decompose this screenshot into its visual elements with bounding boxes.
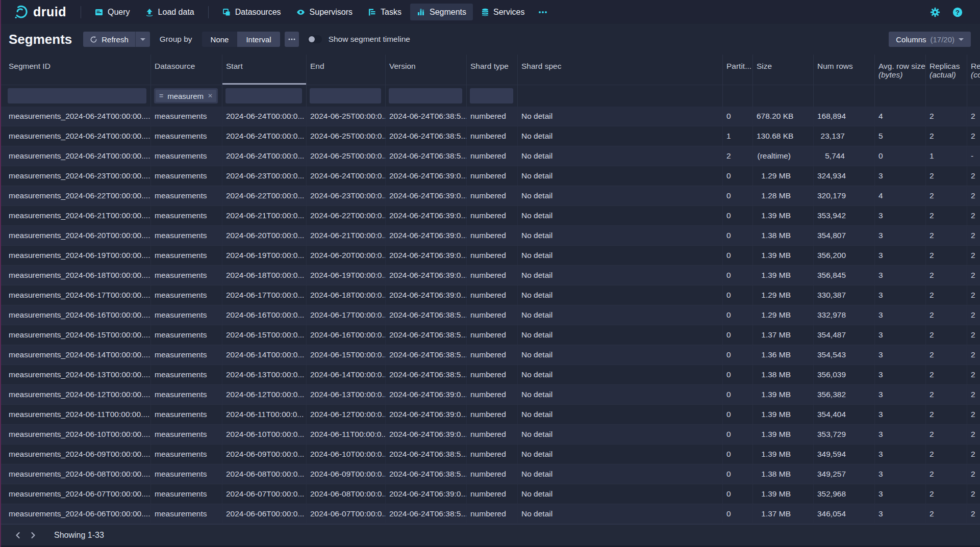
cell-num_rows[interactable]: 332,978 <box>814 305 875 325</box>
column-header-end[interactable]: End <box>307 55 386 85</box>
nav-item-tasks[interactable]: Tasks <box>361 4 408 20</box>
cell-replicas[interactable]: 2 <box>926 246 967 265</box>
columns-button[interactable]: Columns (17/20) <box>889 32 971 47</box>
nav-more-button[interactable] <box>533 11 552 14</box>
filter-input-version[interactable] <box>389 88 462 103</box>
refresh-interval-dropdown[interactable] <box>135 32 150 47</box>
filter-input-datasource[interactable]: =measurem✕ <box>154 88 218 103</box>
cell-version[interactable]: 2024-06-24T06:39:0... <box>386 385 467 404</box>
cell-size[interactable]: 1.28 MB <box>753 186 814 205</box>
next-page-button[interactable] <box>26 528 41 543</box>
cell-start[interactable]: 2024-06-10T00:00:0... <box>222 425 307 444</box>
cell-num_rows[interactable]: 354,543 <box>814 345 875 364</box>
cell-datasource[interactable]: measurements <box>151 166 222 186</box>
cell-shard_type[interactable]: numbered <box>467 405 518 424</box>
cell-replication_factor[interactable]: 2 <box>967 285 980 305</box>
cell-start[interactable]: 2024-06-09T00:00:0... <box>222 445 307 464</box>
cell-num_rows[interactable]: 168,894 <box>814 107 875 126</box>
cell-avg_row_size[interactable]: 3 <box>875 305 926 325</box>
cell-partition[interactable]: 0 <box>723 266 753 285</box>
cell-size[interactable]: 1.38 MB <box>753 226 814 245</box>
column-header-segment_id[interactable]: Segment ID <box>0 55 151 85</box>
nav-item-query[interactable]: Query <box>88 4 137 20</box>
table-row[interactable]: measurements_2024-06-24T00:00:00....meas… <box>0 107 980 126</box>
cell-replication_factor[interactable]: 2 <box>967 365 980 384</box>
cell-shard_type[interactable]: numbered <box>467 107 518 126</box>
cell-avg_row_size[interactable]: 3 <box>875 504 926 524</box>
settings-gear-icon[interactable] <box>925 7 945 18</box>
cell-partition[interactable]: 0 <box>723 365 753 384</box>
cell-segment_id[interactable]: measurements_2024-06-13T00:00:00.... <box>0 365 151 384</box>
cell-replicas[interactable]: 2 <box>926 186 967 205</box>
cell-partition[interactable]: 0 <box>723 166 753 186</box>
cell-datasource[interactable]: measurements <box>151 365 222 384</box>
table-row[interactable]: measurements_2024-06-08T00:00:00....meas… <box>0 464 980 484</box>
refresh-button[interactable]: Refresh <box>83 32 135 47</box>
table-row[interactable]: measurements_2024-06-22T00:00:00....meas… <box>0 186 980 206</box>
cell-segment_id[interactable]: measurements_2024-06-21T00:00:00.... <box>0 206 151 225</box>
cell-replication_factor[interactable]: - <box>967 146 980 166</box>
cell-version[interactable]: 2024-06-24T06:39:0... <box>386 166 467 186</box>
remove-filter-icon[interactable]: ✕ <box>208 92 213 99</box>
cell-start[interactable]: 2024-06-14T00:00:0... <box>222 345 307 364</box>
cell-version[interactable]: 2024-06-24T06:38:5... <box>386 365 467 384</box>
cell-start[interactable]: 2024-06-21T00:00:0... <box>222 206 307 225</box>
cell-partition[interactable]: 0 <box>723 504 753 524</box>
cell-partition[interactable]: 0 <box>723 464 753 484</box>
cell-shard_type[interactable]: numbered <box>467 266 518 285</box>
table-row[interactable]: measurements_2024-06-23T00:00:00....meas… <box>0 166 980 186</box>
cell-datasource[interactable]: measurements <box>151 385 222 404</box>
cell-partition[interactable]: 0 <box>723 107 753 126</box>
column-header-replicas[interactable]: Replicas(actual) <box>926 55 967 85</box>
cell-replication_factor[interactable]: 2 <box>967 464 980 484</box>
group-by-none-button[interactable]: None <box>202 32 238 47</box>
cell-version[interactable]: 2024-06-24T06:39:0... <box>386 186 467 205</box>
cell-start[interactable]: 2024-06-20T00:00:0... <box>222 226 307 245</box>
cell-datasource[interactable]: measurements <box>151 305 222 325</box>
cell-num_rows[interactable]: 356,845 <box>814 266 875 285</box>
cell-version[interactable]: 2024-06-24T06:38:5... <box>386 146 467 166</box>
cell-start[interactable]: 2024-06-17T00:00:0... <box>222 285 307 305</box>
cell-start[interactable]: 2024-06-24T00:00:0... <box>222 107 307 126</box>
cell-shard_type[interactable]: numbered <box>467 126 518 146</box>
cell-shard_type[interactable]: numbered <box>467 226 518 245</box>
cell-shard_spec[interactable]: No detail <box>518 146 723 166</box>
cell-start[interactable]: 2024-06-11T00:00:0... <box>222 405 307 424</box>
cell-avg_row_size[interactable]: 3 <box>875 425 926 444</box>
cell-replication_factor[interactable]: 2 <box>967 445 980 464</box>
table-row[interactable]: measurements_2024-06-11T00:00:00....meas… <box>0 405 980 425</box>
druid-logo[interactable]: druid <box>14 5 66 20</box>
cell-num_rows[interactable]: 354,487 <box>814 325 875 345</box>
cell-datasource[interactable]: measurements <box>151 464 222 484</box>
cell-replication_factor[interactable]: 2 <box>967 345 980 364</box>
cell-end[interactable]: 2024-06-12T00:00:0... <box>307 405 386 424</box>
cell-datasource[interactable]: measurements <box>151 285 222 305</box>
cell-datasource[interactable]: measurements <box>151 405 222 424</box>
cell-datasource[interactable]: measurements <box>151 425 222 444</box>
cell-start[interactable]: 2024-06-24T00:00:0... <box>222 126 307 146</box>
cell-avg_row_size[interactable]: 0 <box>875 146 926 166</box>
cell-version[interactable]: 2024-06-24T06:38:5... <box>386 345 467 364</box>
cell-replicas[interactable]: 2 <box>926 285 967 305</box>
cell-replicas[interactable]: 2 <box>926 305 967 325</box>
cell-start[interactable]: 2024-06-23T00:00:0... <box>222 166 307 186</box>
filter-input-shard_type[interactable] <box>470 88 513 103</box>
cell-shard_spec[interactable]: No detail <box>518 166 723 186</box>
cell-replicas[interactable]: 2 <box>926 385 967 404</box>
cell-size[interactable]: 1.37 MB <box>753 504 814 524</box>
cell-segment_id[interactable]: measurements_2024-06-18T00:00:00.... <box>0 266 151 285</box>
cell-replicas[interactable]: 2 <box>926 425 967 444</box>
cell-datasource[interactable]: measurements <box>151 345 222 364</box>
cell-shard_type[interactable]: numbered <box>467 345 518 364</box>
table-row[interactable]: measurements_2024-06-06T00:00:00....meas… <box>0 504 980 524</box>
cell-start[interactable]: 2024-06-13T00:00:0... <box>222 365 307 384</box>
table-row[interactable]: measurements_2024-06-21T00:00:00....meas… <box>0 206 980 226</box>
cell-end[interactable]: 2024-06-20T00:00:0... <box>307 246 386 265</box>
cell-size[interactable]: 1.38 MB <box>753 365 814 384</box>
cell-replicas[interactable]: 2 <box>926 345 967 364</box>
help-icon[interactable]: ? <box>947 7 968 18</box>
cell-avg_row_size[interactable]: 3 <box>875 365 926 384</box>
cell-avg_row_size[interactable]: 3 <box>875 345 926 364</box>
cell-avg_row_size[interactable]: 3 <box>875 285 926 305</box>
cell-avg_row_size[interactable]: 3 <box>875 385 926 404</box>
